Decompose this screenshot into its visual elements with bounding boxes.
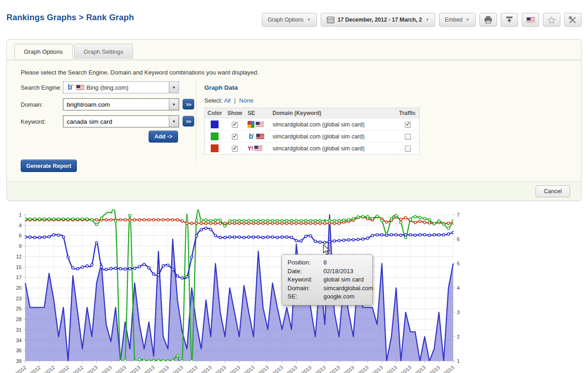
- show-checkbox[interactable]: [232, 146, 238, 152]
- select-none-link[interactable]: None: [239, 97, 254, 104]
- domain-select[interactable]: brightroam.com ▼: [63, 98, 179, 110]
- chevron-down-icon: ▼: [307, 17, 311, 22]
- domain-keyword-cell: simcardglobal.com (global sim card): [270, 143, 396, 155]
- cancel-button[interactable]: Cancel: [536, 185, 570, 197]
- panel-footer: Cancel: [7, 181, 581, 201]
- us-flag-icon: [256, 122, 264, 127]
- google-icon: [248, 121, 254, 128]
- generate-report-button[interactable]: Generate Report: [21, 160, 77, 172]
- search-engine-value: Bing (bing.com): [86, 84, 128, 91]
- svg-text:31: 31: [16, 327, 22, 333]
- svg-text:17: 17: [16, 275, 22, 280]
- svg-text:23: 23: [16, 296, 22, 301]
- us-flag-icon: [527, 17, 535, 23]
- tooltip-label: SE:: [288, 293, 323, 301]
- select-label: Select:: [204, 97, 223, 104]
- dropdown-arrow-icon[interactable]: ▼: [169, 99, 179, 110]
- bing-icon: [67, 84, 74, 91]
- keyword-move-button[interactable]: >>: [183, 116, 194, 126]
- favorite-button[interactable]: [543, 13, 560, 27]
- dropdown-arrow-icon[interactable]: ▼: [169, 82, 179, 93]
- us-flag-icon: [254, 146, 262, 151]
- us-flag-icon: [76, 85, 84, 90]
- tab-underline: [7, 60, 581, 60]
- tooltip-label: Domain:: [288, 284, 323, 293]
- calendar-icon: [327, 16, 334, 23]
- table-row: simcardglobal.com (global sim card): [205, 119, 420, 131]
- search-engine-select[interactable]: Bing (bing.com) ▼: [63, 81, 179, 93]
- svg-text:15: 15: [16, 264, 22, 270]
- series-color-swatch: [211, 121, 219, 128]
- add-button[interactable]: Add ->: [149, 131, 178, 143]
- tools-button[interactable]: [564, 13, 582, 27]
- column-header-show: Show: [225, 108, 245, 119]
- graph-options-label: Graph Options: [268, 17, 304, 23]
- search-engine-label: Search Engine:: [21, 84, 62, 91]
- column-header-color: Color: [205, 108, 225, 119]
- language-flag-button[interactable]: [522, 13, 539, 27]
- tab-graph-settings[interactable]: Graph Settings: [74, 44, 133, 59]
- svg-text:9: 9: [19, 243, 22, 249]
- date-range-label: 17 December, 2012 - 17 March, 2: [338, 17, 422, 23]
- select-all-link[interactable]: All: [224, 97, 231, 104]
- graph-data-heading: Graph Data: [204, 84, 238, 91]
- date-range-button[interactable]: 17 December, 2012 - 17 March, 2 ▼: [321, 13, 435, 27]
- download-button[interactable]: [501, 13, 518, 27]
- link-separator: |: [234, 97, 236, 104]
- tooltip-value: 02/18/2013: [323, 267, 353, 276]
- select-line: Select: All | None: [204, 97, 254, 104]
- svg-text:2: 2: [457, 334, 460, 339]
- tooltip-label: Date:: [288, 267, 323, 276]
- svg-text:4: 4: [19, 223, 22, 228]
- star-icon: [548, 16, 556, 24]
- column-header-domain-keyword: Domain (Keyword): [270, 108, 396, 119]
- chart-tooltip: Position:8 Date:02/18/2013 Keyword:globa…: [282, 254, 373, 305]
- printer-icon: [484, 16, 492, 23]
- series-color-swatch: [211, 132, 219, 140]
- show-checkbox[interactable]: [232, 134, 238, 140]
- table-row: simcardglobal.com (global sim card): [205, 131, 420, 143]
- svg-text:7: 7: [457, 212, 460, 218]
- chevron-down-icon: ▼: [466, 17, 470, 22]
- mouse-cursor-icon: [323, 244, 331, 256]
- tab-graph-options[interactable]: Graph Options: [14, 44, 73, 59]
- domain-label: Domain:: [21, 101, 43, 108]
- form-divider: [196, 80, 196, 162]
- dropdown-arrow-icon[interactable]: ▼: [169, 116, 179, 127]
- instruction-text: Please select the Search Engine, Domain …: [21, 69, 259, 76]
- svg-text:1: 1: [19, 212, 22, 218]
- print-button[interactable]: [479, 13, 497, 27]
- show-checkbox[interactable]: [232, 122, 238, 128]
- svg-text:12/17/2012: 12/17/2012: [4, 364, 27, 373]
- domain-move-button[interactable]: >>: [183, 99, 194, 109]
- rank-chart-svg[interactable]: 12/17/201212/20/201212/23/201212/26/2012…: [0, 209, 466, 373]
- graph-options-button[interactable]: Graph Options ▼: [262, 13, 317, 27]
- embed-button[interactable]: Embed ▼: [439, 13, 476, 27]
- graph-data-table: Color Show SE Domain (Keyword) Traffic s…: [204, 108, 420, 155]
- keyword-value: canada sim card: [67, 118, 112, 125]
- svg-text:6: 6: [457, 236, 460, 242]
- domain-keyword-cell: simcardglobal.com (global sim card): [270, 119, 396, 131]
- bing-icon: [248, 133, 255, 140]
- tooltip-value: google.com: [323, 293, 354, 301]
- app: Rankings Graphs > Rank Graph Graph Optio…: [0, 0, 588, 373]
- graph-options-panel: Graph Options Graph Settings Please sele…: [6, 39, 582, 201]
- traffic-checkbox[interactable]: [405, 134, 411, 140]
- keyword-select[interactable]: canada sim card ▼: [63, 115, 179, 127]
- toolbar: Graph Options ▼ 17 December, 2012 - 17 M…: [262, 13, 582, 27]
- tooltip-value: simcardglobal.com: [323, 284, 373, 293]
- rank-graph-chart: 12/17/201212/20/201212/23/201212/26/2012…: [0, 209, 466, 373]
- svg-text:1: 1: [457, 358, 460, 364]
- svg-text:6: 6: [19, 233, 22, 238]
- svg-text:25: 25: [16, 306, 22, 311]
- tooltip-label: Position:: [288, 258, 323, 267]
- chevron-down-icon: ▼: [425, 17, 429, 22]
- svg-text:20: 20: [16, 285, 22, 291]
- domain-keyword-cell: simcardglobal.com (global sim card): [270, 131, 396, 143]
- traffic-checkbox[interactable]: [405, 122, 411, 128]
- table-row: simcardglobal.com (global sim card): [205, 143, 420, 155]
- embed-label: Embed: [445, 17, 462, 23]
- tools-icon: [569, 16, 577, 24]
- traffic-checkbox[interactable]: [405, 146, 411, 152]
- svg-text:4: 4: [457, 285, 460, 291]
